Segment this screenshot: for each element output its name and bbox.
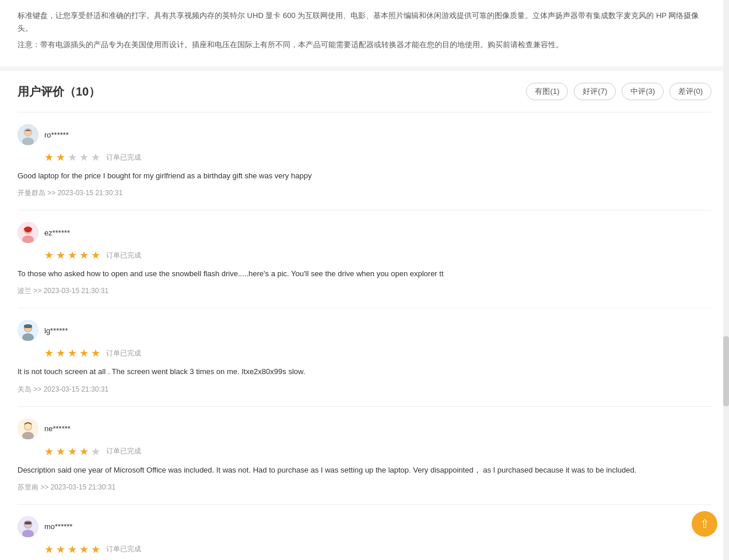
star-icon: ★ [91,151,100,164]
stars-row: ★★★★★订单已完成 [44,151,712,164]
review-text: Good laptop for the price I bought for m… [17,170,712,182]
star-icon: ★ [91,347,100,360]
star-icon: ★ [79,151,89,164]
review-item: ro******★★★★★订单已完成Good laptop for the pr… [17,112,712,210]
reviews-section: 用户评价（10） 有图(1) 好评(7) 中评(3) 差评(0) ro*****… [0,71,729,560]
filter-medium[interactable]: 中评(3) [622,83,664,100]
star-icon: ★ [56,151,65,164]
star-icon: ★ [44,151,54,164]
review-meta: 波兰 >> 2023-03-15 21:30:31 [17,286,712,296]
reviews-list: ro******★★★★★订单已完成Good laptop for the pr… [17,112,712,560]
review-user-row: ne****** [17,418,712,439]
star-icon: ★ [68,347,77,360]
scrollbar-thumb[interactable] [723,336,729,406]
star-icon: ★ [79,543,89,556]
avatar [17,418,38,439]
star-icon: ★ [91,445,100,458]
star-icon: ★ [91,543,100,556]
stars-row: ★★★★★订单已完成 [44,347,712,360]
svg-rect-12 [24,325,32,328]
stars-row: ★★★★★订单已完成 [44,445,712,458]
stars-row: ★★★★★订单已完成 [44,543,712,556]
star-icon: ★ [79,249,89,262]
username: ro****** [44,131,69,139]
avatar [17,124,38,145]
star-icon: ★ [68,249,77,262]
product-description: 标准键盘，让您享受舒适和准确的打字。具有共享视频内存的英特尔 UHD 显卡 60… [0,0,729,71]
stars-row: ★★★★★订单已完成 [44,249,712,262]
review-item: mo******★★★★★订单已完成I am returning this la… [17,504,712,560]
review-user-row: ro****** [17,124,712,145]
star-icon: ★ [44,347,54,360]
username: ne****** [44,424,71,433]
username: lg****** [44,326,68,335]
review-item: lg******★★★★★订单已完成It is not touch screen… [17,308,712,406]
star-icon: ★ [44,543,54,556]
avatar [17,516,38,537]
back-to-top-icon: ⇧ [700,517,710,531]
order-status: 订单已完成 [106,251,141,260]
star-icon: ★ [56,543,65,556]
reviews-header: 用户评价（10） 有图(1) 好评(7) 中评(3) 差评(0) [17,83,712,100]
star-icon: ★ [44,249,54,262]
review-meta: 开曼群岛 >> 2023-03-15 21:30:31 [17,188,712,198]
review-text: Description said one year of Microsoft O… [17,464,712,477]
star-icon: ★ [68,543,77,556]
filter-with-image[interactable]: 有图(1) [526,83,568,100]
reviews-title: 用户评价（10） [17,84,100,100]
star-icon: ★ [68,151,77,164]
order-status: 订单已完成 [106,348,141,358]
avatar [17,320,38,341]
back-to-top-button[interactable]: ⇧ [692,511,717,537]
star-icon: ★ [79,445,89,458]
scrollbar-track[interactable] [723,0,729,560]
star-icon: ★ [56,249,65,262]
review-item: ne******★★★★★订单已完成Description said one y… [17,406,712,504]
filter-bad[interactable]: 差评(0) [670,83,712,100]
star-icon: ★ [44,445,54,458]
star-icon: ★ [56,445,65,458]
review-text: To those who asked how to open and use t… [17,267,712,280]
review-text: It is not touch screen at all . The scre… [17,365,712,378]
review-user-row: mo****** [17,516,712,537]
star-icon: ★ [79,347,89,360]
order-status: 订单已完成 [106,446,141,456]
star-icon: ★ [68,445,77,458]
username: ez****** [44,228,70,237]
review-item: ez******★★★★★订单已完成To those who asked how… [17,210,712,308]
review-meta: 关岛 >> 2023-03-15 21:30:31 [17,385,712,395]
filter-buttons: 有图(1) 好评(7) 中评(3) 差评(0) [526,83,712,100]
star-icon: ★ [91,249,100,262]
review-user-row: lg****** [17,320,712,341]
product-desc-line2: 注意：带有电源插头的产品专为在美国使用而设计。插座和电压在国际上有所不同，本产品… [17,38,712,51]
username: mo****** [44,522,72,531]
order-status: 订单已完成 [106,544,141,554]
avatar [17,222,38,243]
order-status: 订单已完成 [106,153,141,163]
product-desc-line1: 标准键盘，让您享受舒适和准确的打字。具有共享视频内存的英特尔 UHD 显卡 60… [17,9,712,35]
review-meta: 苏里南 >> 2023-03-15 21:30:31 [17,482,712,492]
review-user-row: ez****** [17,222,712,243]
svg-rect-21 [24,522,31,524]
filter-good[interactable]: 好评(7) [574,83,616,100]
star-icon: ★ [56,347,65,360]
